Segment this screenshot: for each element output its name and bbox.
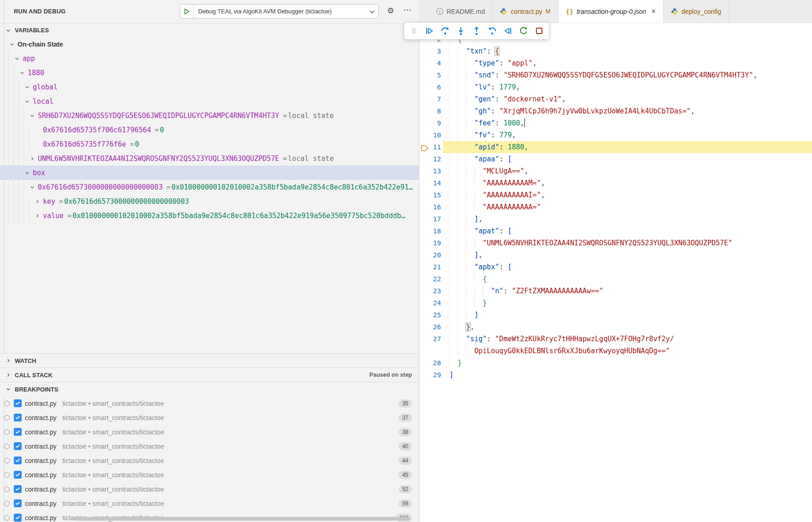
breakpoint-checkbox[interactable] xyxy=(14,442,22,450)
variable-row-srh6d7xu2n6w[interactable]: SRH6D7XU2N6WQQ5SSYDQFG5ESO6JWEQIDPGLUGYC… xyxy=(0,108,419,123)
variable-row-global[interactable]: global xyxy=(0,80,419,94)
code-text[interactable]: "apbx": [ xyxy=(443,261,812,273)
breakpoint-row[interactable]: contract.pytictactoe • smart_contracts/t… xyxy=(0,396,419,410)
code-text[interactable]: } xyxy=(443,357,812,369)
horizontal-scrollbar[interactable] xyxy=(74,517,410,521)
code-text[interactable]: "AAAAAAAAAAM=", xyxy=(443,177,812,189)
chevron-down-icon[interactable] xyxy=(29,112,36,119)
breakpoint-row[interactable]: contract.pytictactoe • smart_contracts/t… xyxy=(0,410,419,425)
breakpoint-checkbox[interactable] xyxy=(14,428,22,436)
callstack-header[interactable]: CALL STACK Paused on step xyxy=(0,368,419,382)
restart-button[interactable] xyxy=(518,25,529,36)
code-line-28[interactable]: 28 } xyxy=(420,357,812,369)
variable-row-box[interactable]: box xyxy=(0,166,419,180)
code-text[interactable]: "lv": 1779, xyxy=(443,81,812,93)
editor-gutter[interactable]: 11 xyxy=(420,141,443,153)
code-line-wrap[interactable]: OpiLouqyG0kkEDLBNlsr6RxXJbu6arKwyoyqHUbN… xyxy=(420,345,812,357)
editor-gutter[interactable] xyxy=(420,345,443,357)
code-line-8[interactable]: 8 "gh": "XrjqMlCpJ6h9h7jyVw0bLvkpzUoWeIA… xyxy=(420,105,812,117)
chevron-right-icon[interactable] xyxy=(34,212,41,219)
code-text[interactable]: "AAAAAAAAAAI=", xyxy=(443,189,812,201)
code-line-19[interactable]: 19 "UNML6W5NVHRIKTEOZAA4NI2SWQROSGNFNY2Q… xyxy=(420,237,812,249)
breakpoint-checkbox[interactable] xyxy=(14,514,22,522)
code-text[interactable]: "sig": "DmeWt2zKUkRryc7tHHHapwzLgqUX+7FO… xyxy=(443,333,812,345)
breakpoint-circle-icon[interactable] xyxy=(4,444,10,449)
editor-gutter[interactable]: 6 xyxy=(420,81,443,93)
editor-gutter[interactable]: 21 xyxy=(420,261,443,273)
breakpoint-row[interactable]: contract.pytictactoe • smart_contracts/t… xyxy=(0,439,419,453)
breakpoint-row[interactable]: contract.pytictactoe • smart_contracts/t… xyxy=(0,468,419,482)
variable-row-0x67616d6573[interactable]: 0x67616d6573000000000000000003=0x0100000… xyxy=(0,180,419,194)
breakpoint-circle-icon[interactable] xyxy=(4,415,10,421)
code-line-13[interactable]: 13 "MCLUgA==", xyxy=(420,165,812,177)
toolbar-grip-handle[interactable] xyxy=(408,25,419,36)
code-text[interactable]: "n": "Z2FtZXMAAAAAAAAAAw==" xyxy=(443,285,812,297)
code-text[interactable]: "MCLUgA==", xyxy=(443,165,812,177)
code-text[interactable]: "UNML6W5NVHRIKTEOZAA4NI2SWQROSGNFNY2QS52… xyxy=(443,237,812,249)
code-line-24[interactable]: 24 } xyxy=(420,297,812,309)
chevron-down-icon[interactable] xyxy=(24,83,31,91)
breakpoint-circle-icon[interactable] xyxy=(4,501,10,506)
continue-button[interactable] xyxy=(424,25,435,36)
breakpoint-circle-icon[interactable] xyxy=(4,401,10,406)
code-editor[interactable]: 2 {3 "txn": {4 "type": "appl",5 "snd": "… xyxy=(420,23,812,522)
variable-row-app[interactable]: app xyxy=(0,51,419,65)
code-text[interactable]: "fee": 1000, xyxy=(443,117,812,129)
variable-row-key[interactable]: key=0x67616d6573000000000000000003 xyxy=(0,194,419,208)
variable-row-1880[interactable]: 1880 xyxy=(0,65,419,80)
gear-icon[interactable]: ⚙ xyxy=(387,6,394,16)
editor-gutter[interactable]: 26 xyxy=(420,321,443,333)
code-text[interactable]: "fv": 779, xyxy=(443,129,812,141)
variables-header[interactable]: VARIABLES xyxy=(0,23,419,37)
breakpoint-checkbox[interactable] xyxy=(14,499,22,507)
breakpoint-checkbox[interactable] xyxy=(14,485,22,493)
code-line-23[interactable]: 23 "n": "Z2FtZXMAAAAAAAAAAw==" xyxy=(420,285,812,297)
code-text[interactable]: ] xyxy=(443,309,812,321)
code-line-21[interactable]: 21 "apbx": [ xyxy=(420,261,812,273)
code-line-26[interactable]: 26 }, xyxy=(420,321,812,333)
code-text[interactable]: ], xyxy=(443,249,812,261)
variable-row-0x67616d6573[interactable]: 0x67616d65735f706c61796564=0 xyxy=(0,123,419,137)
code-line-17[interactable]: 17 ], xyxy=(420,213,812,225)
chevron-down-icon[interactable] xyxy=(24,98,31,105)
editor-gutter[interactable]: 5 xyxy=(420,69,443,81)
editor-gutter[interactable]: 15 xyxy=(420,189,443,201)
code-text[interactable]: ] xyxy=(443,369,812,381)
editor-gutter[interactable]: 4 xyxy=(420,57,443,69)
editor-gutter[interactable]: 24 xyxy=(420,297,443,309)
breakpoint-circle-icon[interactable] xyxy=(4,429,10,435)
step-into-button[interactable] xyxy=(455,25,466,36)
code-line-25[interactable]: 25 ] xyxy=(420,309,812,321)
code-text[interactable]: "type": "appl", xyxy=(443,57,812,69)
code-text[interactable]: ], xyxy=(443,213,812,225)
editor-gutter[interactable]: 28 xyxy=(420,357,443,369)
step-back-button[interactable] xyxy=(487,25,498,36)
editor-gutter[interactable]: 9 xyxy=(420,117,443,129)
editor-gutter[interactable]: 3 xyxy=(420,45,443,57)
variable-row-0x67616d65735f776f6e[interactable]: 0x67616d65735f776f6e=0 xyxy=(0,137,419,151)
code-text[interactable]: "txn": { xyxy=(443,45,812,57)
tab-transaction-group-0-json[interactable]: {}transaction-group-0.json× xyxy=(559,0,664,23)
editor-gutter[interactable]: 14 xyxy=(420,177,443,189)
breakpoint-row[interactable]: contract.pytictactoe • smart_contracts/t… xyxy=(0,425,419,439)
breakpoint-row[interactable]: contract.pytictactoe • smart_contracts/t… xyxy=(0,482,419,496)
editor-gutter[interactable]: 13 xyxy=(420,165,443,177)
breakpoint-circle-icon[interactable] xyxy=(4,458,10,463)
code-line-18[interactable]: 18 "apat": [ xyxy=(420,225,812,237)
chevron-down-icon[interactable] xyxy=(29,184,36,191)
breakpoint-circle-icon[interactable] xyxy=(4,472,10,478)
code-line-12[interactable]: 12 "apaa": [ xyxy=(420,153,812,165)
breakpoint-row[interactable]: contract.pytictactoe • smart_contracts/t… xyxy=(0,453,419,468)
editor-gutter[interactable]: 19 xyxy=(420,237,443,249)
tab-contract-py[interactable]: contract.pyM xyxy=(493,0,558,23)
editor-gutter[interactable]: 20 xyxy=(420,249,443,261)
chevron-right-icon[interactable] xyxy=(34,198,41,205)
editor-gutter[interactable]: 12 xyxy=(420,153,443,165)
code-line-11[interactable]: 11 "apid": 1880, xyxy=(420,141,812,153)
stop-button[interactable] xyxy=(534,25,545,36)
code-text[interactable]: "apid": 1880, xyxy=(443,141,812,153)
chevron-down-icon[interactable] xyxy=(24,169,31,177)
code-text[interactable]: "apaa": [ xyxy=(443,153,812,165)
code-text[interactable]: { xyxy=(443,273,812,285)
code-line-7[interactable]: 7 "gen": "dockernet-v1", xyxy=(420,93,812,105)
